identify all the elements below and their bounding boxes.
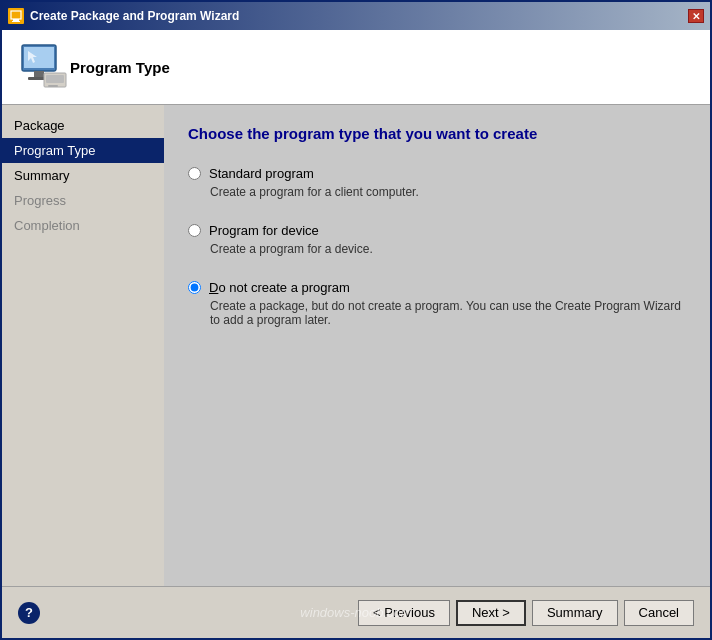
content-area: Package Program Type Summary Progress Co… — [2, 105, 710, 586]
svg-rect-8 — [46, 75, 64, 83]
footer-left: ? — [18, 602, 352, 624]
label-standard[interactable]: Standard program — [209, 166, 314, 181]
label-device[interactable]: Program for device — [209, 223, 319, 238]
option-device[interactable]: Program for device — [188, 223, 686, 238]
desc-standard: Create a program for a client computer. — [210, 185, 686, 199]
cancel-button[interactable]: Cancel — [624, 600, 694, 626]
close-button[interactable]: ✕ — [688, 9, 704, 23]
label-none[interactable]: Do not create a program — [209, 280, 350, 295]
radio-standard[interactable] — [188, 167, 201, 180]
summary-button[interactable]: Summary — [532, 600, 618, 626]
main-title: Choose the program type that you want to… — [188, 125, 686, 142]
sidebar-item-package[interactable]: Package — [2, 113, 164, 138]
sidebar-item-summary[interactable]: Summary — [2, 163, 164, 188]
computer-icon — [18, 41, 70, 93]
radio-none[interactable] — [188, 281, 201, 294]
window-icon — [8, 8, 24, 24]
radio-group-none: Do not create a program Create a package… — [188, 280, 686, 327]
sidebar-item-progress: Progress — [2, 188, 164, 213]
sidebar-item-program-type[interactable]: Program Type — [2, 138, 164, 163]
radio-group-standard: Standard program Create a program for a … — [188, 166, 686, 199]
next-button[interactable]: Next > — [456, 600, 526, 626]
sidebar: Package Program Type Summary Progress Co… — [2, 105, 164, 586]
desc-device: Create a program for a device. — [210, 242, 686, 256]
title-bar-left: Create Package and Program Wizard — [8, 8, 239, 24]
desc-none: Create a package, but do not create a pr… — [210, 299, 686, 327]
option-standard[interactable]: Standard program — [188, 166, 686, 181]
svg-rect-0 — [11, 11, 21, 19]
radio-device[interactable] — [188, 224, 201, 237]
svg-rect-9 — [48, 85, 58, 87]
main-panel: Choose the program type that you want to… — [164, 105, 710, 586]
svg-rect-5 — [34, 71, 44, 77]
header-title: Program Type — [70, 59, 170, 76]
footer: ? < Previous Next > Summary Cancel windo… — [2, 586, 710, 638]
wizard-window: Create Package and Program Wizard ✕ Prog… — [0, 0, 712, 640]
radio-group-device: Program for device Create a program for … — [188, 223, 686, 256]
sidebar-item-completion: Completion — [2, 213, 164, 238]
header-bar: Program Type — [2, 30, 710, 105]
help-button[interactable]: ? — [18, 602, 40, 624]
previous-button[interactable]: < Previous — [358, 600, 450, 626]
svg-rect-2 — [12, 21, 20, 22]
svg-rect-1 — [13, 19, 19, 21]
title-bar: Create Package and Program Wizard ✕ — [2, 2, 710, 30]
option-none[interactable]: Do not create a program — [188, 280, 686, 295]
window-title: Create Package and Program Wizard — [30, 9, 239, 23]
